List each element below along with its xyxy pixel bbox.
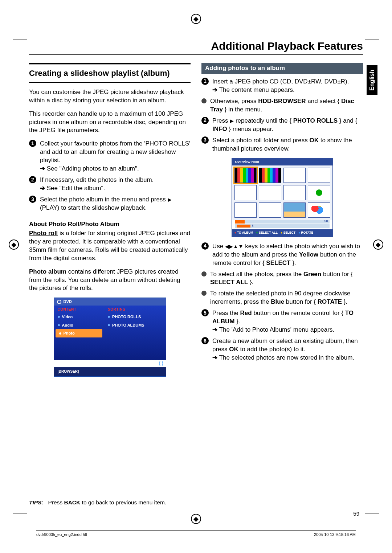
dvd-content-header: CONTENT bbox=[54, 306, 104, 313]
step-text: Select the photo album in the menu and p… bbox=[40, 196, 168, 203]
step-number-icon: 3 bbox=[201, 136, 209, 144]
body-text: and select { bbox=[306, 98, 341, 105]
step-1: 1 Insert a JPEG photo CD (CD, DVD±RW, DV… bbox=[201, 78, 363, 94]
step-number-icon: 2 bbox=[201, 117, 209, 124]
body-text: button for { bbox=[284, 298, 318, 305]
step-number-icon: 1 bbox=[29, 140, 36, 147]
body-text: }. bbox=[342, 298, 347, 305]
body-text: HDD-BROWSER bbox=[258, 98, 306, 105]
body-text: repeatedly until the { bbox=[234, 117, 293, 124]
step-3: 3 Select a photo roll folder and press O… bbox=[201, 136, 363, 153]
step-result: The selected photos are now stored in th… bbox=[212, 354, 363, 362]
step-6: 6 Create a new album or select an existi… bbox=[201, 337, 363, 362]
thumbnail bbox=[234, 202, 257, 218]
step-number-icon: 4 bbox=[201, 242, 209, 250]
bullet-item: Otherwise, press HDD-BROWSER and select … bbox=[201, 97, 363, 114]
body-text: ROTATE bbox=[318, 298, 342, 305]
bullet-icon bbox=[201, 271, 207, 276]
body-text: Select a photo roll folder and press bbox=[212, 137, 309, 144]
bullet-icon bbox=[201, 291, 207, 296]
thumbnail bbox=[259, 202, 281, 218]
overview-figure: Overview Root 50 8 bbox=[232, 158, 333, 237]
body-text: }. bbox=[248, 279, 253, 286]
body-text: button for { bbox=[321, 271, 353, 278]
crop-mark bbox=[13, 513, 27, 528]
registration-mark bbox=[9, 239, 19, 250]
body-text: Otherwise, press bbox=[210, 98, 258, 105]
footer-file: dvdr9000h_eu_eng2.indd 59 bbox=[36, 532, 87, 537]
step-text: If necessary, edit the photos in the alb… bbox=[40, 176, 154, 183]
play-icon bbox=[168, 196, 172, 203]
legend-yellow: SELECT bbox=[281, 231, 295, 235]
thumbnail-selected bbox=[234, 168, 257, 183]
section-title: Creating a slideshow playlist (album) bbox=[29, 68, 191, 79]
body-text: to add the photo(s) to it. bbox=[238, 346, 305, 353]
overview-scrollbar: 50 bbox=[235, 220, 330, 224]
dvd-menu-figure: DVD CONTENT Video Audio Photo SORTING PH… bbox=[54, 298, 166, 376]
step-5: 5 Press the Red button on the remote con… bbox=[201, 309, 363, 334]
overview-title: Overview Root bbox=[232, 159, 332, 165]
step-number-icon: 1 bbox=[201, 78, 209, 85]
step-result: The 'Add to Photo Albums' menu appears. bbox=[212, 326, 363, 334]
dvd-item-albums: PHOTO ALBUMS bbox=[104, 321, 166, 329]
step-text: Insert a JPEG photo CD (CD, DVD±RW, DVD±… bbox=[212, 78, 349, 85]
body-text: } in the menu. bbox=[223, 106, 262, 113]
body-text: SELECT bbox=[266, 259, 290, 266]
body-text: } menus appear. bbox=[227, 126, 274, 132]
step-4: 4 Use keys to select the photo which you… bbox=[201, 242, 363, 267]
tips-text: to go back to previous menu item. bbox=[80, 499, 166, 505]
disc-icon bbox=[57, 300, 61, 304]
footer-timestamp: 2005-10-13 9:18:16 AM bbox=[314, 532, 356, 537]
thumbnail bbox=[283, 185, 306, 200]
body-text: You can customise the JPEG picture slide… bbox=[29, 88, 191, 105]
legend-red: TO ALBUM bbox=[234, 231, 253, 235]
thumbnail bbox=[308, 185, 330, 200]
body-text: To select all the photos, press the bbox=[210, 271, 303, 278]
dvd-top-label: DVD bbox=[64, 299, 72, 304]
body-text: Blue bbox=[271, 298, 284, 305]
crop-mark bbox=[13, 25, 27, 40]
thumbnail bbox=[234, 185, 257, 200]
step-3: 3 Select the photo album in the menu and… bbox=[29, 196, 191, 212]
tips-row: TIPS: Press BACK to go back to previous … bbox=[29, 494, 319, 506]
dvd-item-audio: Audio bbox=[54, 321, 104, 329]
thumbnail bbox=[259, 185, 281, 200]
right-arrow-icon bbox=[229, 243, 233, 250]
thumbnail bbox=[308, 168, 330, 183]
step-text: (PLAY) to start the slideshow playback. bbox=[40, 204, 147, 211]
step-2: 2 If necessary, edit the photos in the a… bbox=[29, 176, 191, 193]
term: Photo roll bbox=[29, 230, 58, 237]
step-number-icon: 2 bbox=[29, 176, 36, 183]
about-heading: About Photo Roll/Photo Album bbox=[29, 220, 191, 229]
page-number: 59 bbox=[353, 511, 359, 517]
step-sub: See "Edit the album". bbox=[40, 184, 154, 193]
body-text: OK bbox=[309, 137, 319, 144]
tips-label: TIPS: bbox=[29, 499, 44, 505]
body-text: This recorder can handle up to a maximum… bbox=[29, 110, 191, 135]
step-number-icon: 6 bbox=[201, 337, 209, 344]
thumbnail bbox=[283, 202, 306, 218]
body-text: Green bbox=[303, 271, 321, 278]
step-text: Collect your favourite photos from the '… bbox=[40, 140, 190, 164]
dvd-browser-label: [BROWSER] bbox=[54, 367, 166, 376]
subsection-heading: Adding photos to an album bbox=[201, 63, 363, 74]
body-text: Yellow bbox=[299, 251, 318, 258]
step-number-icon: 3 bbox=[29, 196, 36, 203]
dvd-arrow-icon: ⟨ ⟩ bbox=[54, 360, 166, 367]
registration-mark bbox=[373, 239, 383, 250]
dvd-item-video: Video bbox=[54, 313, 104, 321]
body-text: SELECT ALL bbox=[210, 279, 248, 286]
body-text: PHOTO ROLLS bbox=[293, 117, 338, 124]
term: Photo album bbox=[29, 268, 66, 275]
body-text: Red bbox=[240, 310, 252, 316]
overview-scrollbar: 8 bbox=[235, 224, 330, 228]
step-sub: See "Adding photos to an album". bbox=[40, 165, 191, 173]
dvd-item-rolls: PHOTO ROLLS bbox=[104, 313, 166, 321]
body-text: }. bbox=[234, 318, 240, 325]
bullet-item: To select all the photos, press the Gree… bbox=[201, 270, 363, 287]
play-icon bbox=[230, 117, 234, 124]
dvd-sorting-header: SORTING bbox=[104, 306, 166, 313]
body-text: Use bbox=[212, 243, 225, 250]
language-tab: English bbox=[367, 65, 377, 95]
bullet-item: To rotate the selected photo in 90 degre… bbox=[201, 290, 363, 306]
